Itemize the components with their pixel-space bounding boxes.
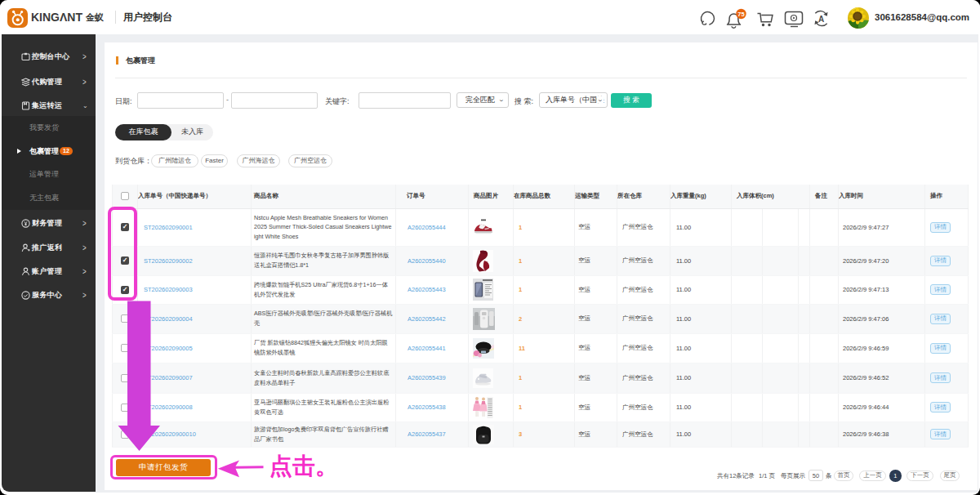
svg-text:75: 75 (737, 11, 744, 18)
svg-text:A: A (818, 15, 824, 24)
